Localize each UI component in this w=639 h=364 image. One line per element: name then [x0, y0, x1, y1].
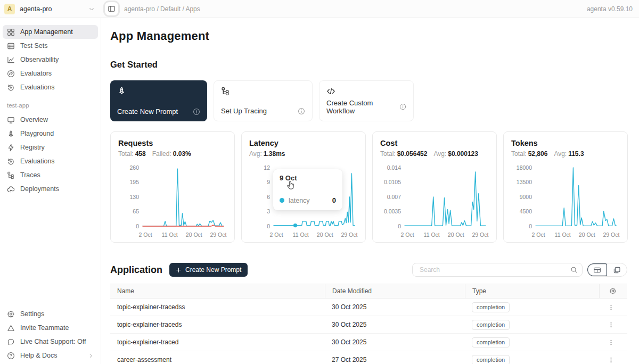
table-row[interactable]: career-assessment 27 Oct 2025 completion	[110, 351, 627, 364]
svg-text:260: 260	[129, 164, 139, 171]
svg-text:13500: 13500	[517, 179, 532, 185]
app-name: topic-explainer-tracedss	[110, 303, 325, 311]
sidebar-item-app-evaluations[interactable]: Evaluations	[3, 154, 98, 168]
code-icon	[326, 87, 335, 96]
metrics-row: Requests Total:458 Failed:0.03% 26019513…	[110, 131, 627, 243]
svg-text:0: 0	[398, 223, 401, 229]
info-icon[interactable]	[193, 108, 200, 115]
svg-text:12: 12	[264, 164, 270, 171]
svg-text:0.014: 0.014	[387, 164, 401, 171]
metric-stat: Avg:115.3	[554, 150, 584, 158]
svg-text:29 Oct: 29 Oct	[472, 231, 488, 238]
chat-bubble-icon	[7, 338, 15, 346]
set-up-tracing-card[interactable]: Set Up Tracing	[214, 80, 313, 121]
svg-text:4500: 4500	[520, 208, 532, 214]
top-bar: A agenta-pro agenta-pro / Default / Apps…	[0, 0, 639, 18]
applications-table: Name Date Modified Type topic-explainer-…	[110, 284, 627, 364]
svg-text:0: 0	[136, 223, 139, 229]
create-new-prompt-button[interactable]: Create New Prompt	[169, 263, 248, 277]
metric-title: Cost	[380, 139, 489, 147]
gear-icon	[609, 287, 617, 295]
sidebar-item-label: Playground	[20, 130, 54, 137]
date-modified: 30 Oct 2025	[325, 303, 465, 311]
sidebar-item-label: Test Sets	[20, 42, 47, 49]
date-modified: 27 Oct 2025	[325, 356, 465, 363]
svg-text:0.0035: 0.0035	[384, 208, 401, 214]
sidebar-item-registry[interactable]: Registry	[3, 140, 98, 154]
app-name: topic-explainer-traceds	[110, 321, 325, 328]
search-input[interactable]	[419, 266, 570, 274]
row-menu-button[interactable]	[605, 304, 617, 311]
trace-tree-icon	[7, 171, 15, 179]
table-row[interactable]: topic-explainer-traced 30 Oct 2025 compl…	[110, 334, 627, 351]
tooltip-value: 0	[332, 196, 336, 204]
create-new-prompt-card[interactable]: Create New Prompt	[110, 80, 207, 121]
sidebar-item-observability[interactable]: Observability	[3, 53, 98, 67]
svg-text:11 Oct: 11 Oct	[293, 231, 309, 238]
metric-title: Requests	[118, 139, 227, 147]
requests-metric-card: Requests Total:458 Failed:0.03% 26019513…	[110, 131, 235, 243]
table-row[interactable]: topic-explainer-traceds 30 Oct 2025 comp…	[110, 316, 627, 334]
row-menu-button[interactable]	[605, 357, 617, 363]
sidebar-item-help-docs[interactable]: Help & Docs	[3, 349, 98, 362]
sidebar-item-evaluators[interactable]: Evaluators	[3, 67, 98, 80]
sidebar-item-label: Settings	[20, 310, 44, 318]
requests-chart[interactable]: 2601951306502 Oct11 Oct20 Oct29 Oct	[118, 161, 228, 240]
sidebar-item-invite-teammate[interactable]: Invite Teammate	[3, 321, 98, 335]
sidebar-item-label: Invite Teammate	[20, 324, 69, 332]
gauge-icon	[7, 70, 15, 78]
sidebar-item-app-management[interactable]: App Management	[3, 25, 98, 39]
app-version: agenta v0.59.10	[587, 5, 633, 13]
svg-text:29 Oct: 29 Oct	[341, 231, 357, 238]
sidebar-item-test-sets[interactable]: Test Sets	[3, 39, 98, 53]
line-chart-icon	[7, 56, 15, 64]
cost-chart[interactable]: 0.0140.01050.0070.003502 Oct11 Oct20 Oct…	[380, 161, 490, 240]
row-menu-button[interactable]	[605, 339, 617, 346]
app-name: career-assessment	[110, 356, 325, 363]
chevron-right-icon	[88, 353, 94, 359]
sidebar-collapse-button[interactable]	[105, 2, 118, 15]
sidebar-item-deployments[interactable]: Deployments	[3, 182, 98, 196]
sidebar-item-settings[interactable]: Settings	[3, 307, 98, 321]
tooltip-series-label: latency	[289, 197, 310, 204]
sidebar-item-label: Registry	[20, 144, 45, 151]
trace-tree-icon	[221, 87, 230, 96]
tokens-chart[interactable]: 18000135009000450002 Oct11 Oct20 Oct29 O…	[511, 161, 621, 240]
workspace-selector[interactable]: A agenta-pro	[0, 4, 101, 14]
table-row[interactable]: topic-explainer-tracedss 30 Oct 2025 com…	[110, 299, 627, 316]
circular-arrow-icon	[7, 158, 15, 166]
sidebar-item-overview[interactable]: Overview	[3, 113, 98, 127]
chevron-down-icon	[88, 6, 95, 12]
sidebar-item-traces[interactable]: Traces	[3, 168, 98, 182]
sidebar-section-label: test-app	[7, 102, 101, 109]
card-view-button[interactable]	[607, 263, 627, 276]
info-icon[interactable]	[399, 103, 406, 111]
metric-title: Latency	[249, 139, 358, 147]
search-icon[interactable]	[570, 266, 578, 274]
page-title: App Management	[110, 29, 627, 43]
table-view-button[interactable]	[587, 263, 607, 276]
svg-text:0: 0	[267, 223, 270, 229]
create-custom-workflow-card[interactable]: Create Custom Workflow	[319, 80, 414, 121]
column-header-type: Type	[465, 284, 599, 298]
svg-text:3: 3	[267, 208, 270, 214]
breadcrumb[interactable]: agenta-pro / Default / Apps	[124, 5, 200, 13]
svg-text:130: 130	[129, 194, 139, 200]
svg-text:11 Oct: 11 Oct	[424, 231, 440, 238]
main-content: App Management Get Started Create New Pr…	[101, 18, 639, 364]
svg-text:29 Oct: 29 Oct	[603, 231, 619, 238]
sidebar-item-playground[interactable]: Playground	[3, 127, 98, 140]
get-started-title: Get Started	[110, 60, 627, 70]
sidebar-item-label: Evaluators	[20, 70, 52, 77]
type-badge: completion	[472, 320, 510, 330]
panel-left-icon	[108, 5, 116, 13]
sidebar-item-live-chat-support[interactable]: Live Chat Support: Off	[3, 335, 98, 349]
metric-stat: Total:52,806	[511, 150, 547, 158]
column-settings[interactable]	[599, 284, 627, 298]
row-menu-button[interactable]	[605, 321, 617, 328]
sidebar-item-evaluations[interactable]: Evaluations	[3, 80, 98, 94]
rocket-icon	[7, 130, 15, 138]
svg-text:11 Oct: 11 Oct	[555, 231, 571, 238]
application-title: Application	[110, 264, 162, 276]
info-icon[interactable]	[298, 107, 305, 115]
